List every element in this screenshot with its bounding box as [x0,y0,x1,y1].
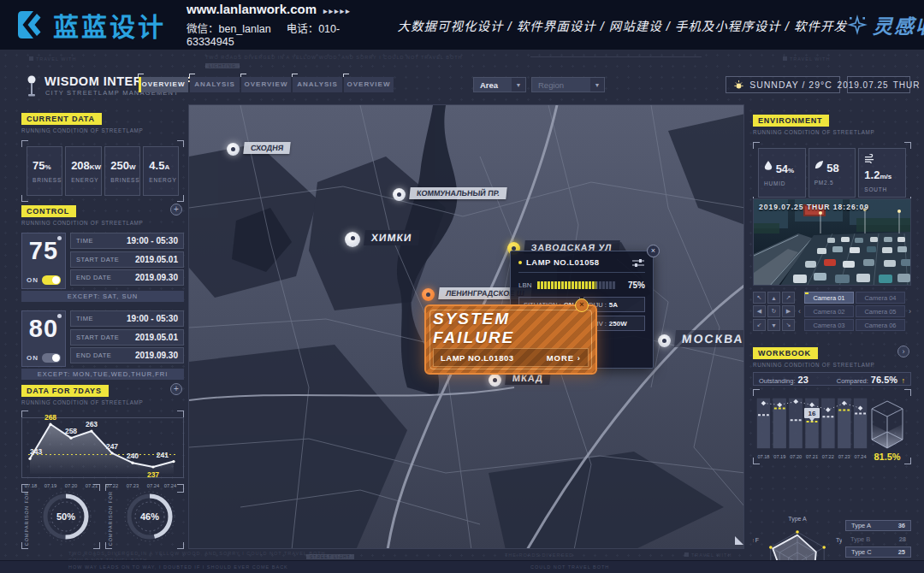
sliders-icon[interactable] [631,258,645,267]
camera-03-button[interactable]: Camera 03 [804,319,854,331]
camera-panel: 2019.07.25 THUR 18:26:09 [753,198,911,331]
pan-up-button[interactable]: ▲ [767,292,780,304]
panel-subtitle: RUNNING CONDITION OF STREETLAMP [753,129,911,135]
bar-label: LBN [518,281,532,289]
tab-analysis-1[interactable]: ANALYSIS [190,77,240,92]
map-label[interactable]: СХОДНЯ [243,142,291,154]
power-toggle[interactable] [42,275,61,285]
brightness-bar[interactable] [537,281,616,289]
region-select[interactable]: Region▼ [531,77,605,92]
bar-value: 75% [628,281,645,290]
tab-overview-1[interactable]: OVERVIEW [139,77,188,92]
decor-text: HOW WAY LEADS ON TO WAY, I DOUBTED IF I … [68,564,288,570]
website-url[interactable]: www.lanlanwork.com [187,2,317,16]
camera-list: Camera 01 Camera 04 Camera 02 Camera 05 … [804,292,905,331]
reset-view-button[interactable]: ↻ [767,305,780,317]
camera-timestamp: 2019.07.25 THUR 18:26:09 [759,203,869,211]
end-date-row[interactable]: END DATE2019.09.30 [70,347,184,363]
leaf-icon [814,160,824,169]
camera-list-next[interactable]: › [909,307,911,316]
workbook-stats: Outstanding:23 Compared:76.5% ↑ [753,372,911,386]
close-icon[interactable]: × [647,245,660,257]
footer-strip: HOW WAY LEADS ON TO WAY, I DOUBTED IF I … [0,560,924,573]
camera-02-button[interactable]: Camera 02 [804,305,854,317]
comparison-gauge-1: COMPARISON FOR 50% [21,484,100,549]
svg-text:241: 241 [157,451,169,459]
city-map[interactable]: СХОДНЯ КОММУНАЛЬНЫЙ ПР. ХИМКИ ЗАВОДСКАЯ … [188,104,744,549]
camera-04-button[interactable]: Camera 04 [856,292,905,304]
type-row[interactable]: Type B28 [845,534,911,545]
panel-title-badge: CONTROL [21,205,76,217]
close-icon[interactable]: × [575,298,589,312]
time-setting-row[interactable]: TIME19:00 - 05:30 [70,233,184,249]
except-days-label: EXCEPT: SAT, SUN [21,291,184,302]
decor-text: TRAVEL WITH [684,552,732,558]
pan-down-button[interactable]: ▼ [767,319,780,331]
svg-text:237: 237 [147,470,159,479]
current-stats: 75%BRINESS 208KWENERGY 250WBRINESS 4.5AE… [21,140,184,202]
week-data-panel: DATA FOR 7DAYS RUNNING CONDITION OF STRE… [21,381,184,493]
pan-right-button[interactable]: ▶ [782,305,795,317]
power-toggle[interactable] [42,353,61,363]
current-data-panel: CURRENT DATA RUNNING CONDITION OF STREET… [21,109,184,202]
pan-up-right-button[interactable]: ↗ [782,292,795,304]
tab-overview-3[interactable]: OVERVIEW [344,77,394,92]
camera-controls: ↖ ▲ ↗ ◀ ↻ ▶ ↙ ▼ ↘ ‹ Camera 01 Camera 04 … [753,292,911,331]
type-row[interactable]: Type C25 [845,546,911,558]
map-pin-skhodnya[interactable] [227,143,240,156]
stat-briness-pct: 75%BRINESS [27,146,62,196]
pan-up-left-button[interactable]: ↖ [753,292,766,304]
map-pin-kommunalny[interactable] [393,188,406,201]
camera-05-button[interactable]: Camera 05 [856,305,905,317]
brand-name: 蓝蓝设计 [53,6,166,44]
comparison-gauge-2: COMPARISON FOR 46% [105,484,184,549]
map-pin-leningradskoe[interactable] [422,288,435,301]
pan-left-button[interactable]: ◀ [753,305,766,317]
camera-feed-image[interactable]: 2019.07.25 THUR 18:26:09 [753,198,911,286]
camera-list-prev[interactable]: ‹ [798,307,801,316]
expand-chart-button[interactable]: + [170,383,182,395]
panel-subtitle: RUNNING CONDITION OF STREETLAMP [753,362,911,368]
inspiration-collect[interactable]: 灵感收集 [847,10,924,39]
decor-text: TWO ROADS DIVERGED IN A YELLOW WOOD, AND… [68,551,326,556]
svg-text:16: 16 [808,410,816,417]
pan-down-left-button[interactable]: ↙ [753,319,766,331]
start-date-row[interactable]: START DATE2019.05.01 [70,329,184,346]
pan-down-right-button[interactable]: ↘ [782,319,795,331]
add-control-button[interactable]: + [170,204,182,216]
control-panel: CONTROL RUNNING CONDITION OF STREETLAMP … [21,202,184,380]
map-pin-khimki[interactable] [345,232,360,247]
tab-overview-2[interactable]: OVERVIEW [241,77,291,92]
decor-text: TRAVEL WITH [29,56,76,62]
except-days-label: EXCEPT: MON,TUE,WED,THUR,FRI [21,369,184,380]
more-button[interactable]: MORE › [547,353,581,363]
svg-text:240: 240 [127,452,139,460]
stat-humidity: 54% HUMID [758,148,806,198]
area-select[interactable]: Area▼ [473,77,526,92]
lamp-id: LAMP NO.L01058 [526,257,600,267]
stat-pm25: 58 PM2.5 [808,148,856,198]
decor-line [530,56,702,57]
start-date-row[interactable]: START DATE2019.05.01 [70,251,184,268]
decor-text: TWO ROADS DIVERGED IN A YELLOW WOOD, AND… [205,55,462,60]
type-row[interactable]: Type A36 [845,520,911,531]
svg-text:07.22: 07.22 [822,454,834,459]
time-setting-row[interactable]: TIME19:00 - 05:30 [70,310,184,327]
arrows-decoration: ▸▸▸▸▸ [323,7,352,15]
map-label[interactable]: ХИМКИ [364,230,419,245]
svg-text:268: 268 [44,413,56,422]
stat-energy-a: 4.5AENERGY [143,146,179,196]
tab-analysis-2[interactable]: ANALYSIS [293,77,342,92]
camera-01-button[interactable]: Camera 01 [804,292,854,304]
workbook-more-button[interactable]: › [897,346,909,357]
svg-text:Type F: Type F [753,537,759,544]
map-pin-mkad[interactable] [489,374,501,387]
control-group-2: 80 ON TIME19:00 - 05:30 START DATE2019.0… [21,310,184,367]
end-date-row[interactable]: END DATE2019.09.30 [70,269,184,286]
panel-title-badge: CURRENT DATA [21,113,102,125]
map-pin-moskva[interactable] [658,334,671,347]
up-arrow-icon: ↑ [902,376,906,385]
map-label[interactable]: КОММУНАЛЬНЫЙ ПР. [409,187,506,199]
map-label[interactable]: МОСКВА [674,330,744,347]
camera-06-button[interactable]: Camera 06 [856,319,905,331]
